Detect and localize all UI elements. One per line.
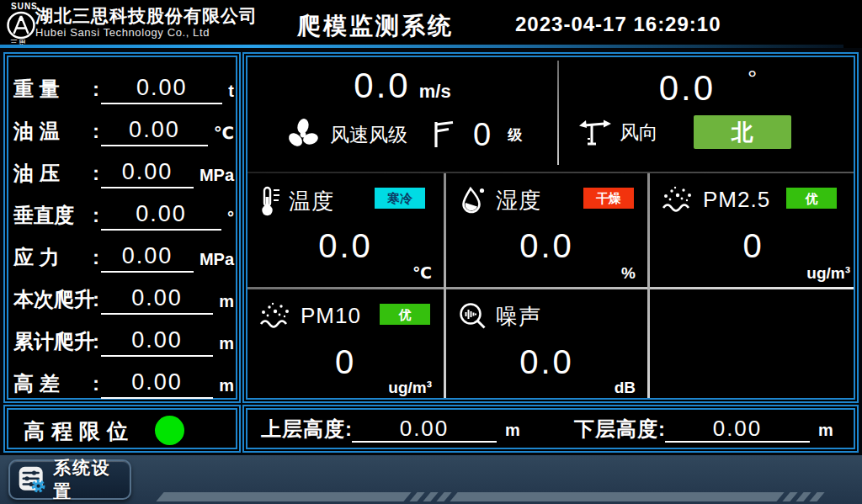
tile-pm10: PM10 优 0 ug/m³ <box>247 289 444 401</box>
metric-row-oil-temp: 油 温: 0.00 ℃ <box>13 104 234 146</box>
metric-value: 0.00 <box>101 369 213 399</box>
metric-row-weight: 重 量: 0.00 t <box>13 62 234 104</box>
metric-unit: t <box>228 77 234 104</box>
metric-unit: MPa <box>200 162 234 188</box>
tile-humidity: 湿度 干燥 0.0 % <box>446 173 647 287</box>
logo-suns-text: SUNS <box>11 2 38 11</box>
droplet-icon <box>458 185 488 215</box>
metric-value: 0.00 <box>101 158 194 188</box>
wind-direction-value: 0.0 <box>659 68 716 108</box>
humidity-status-badge: 干燥 <box>583 188 634 209</box>
environment-panel: 0.0m/s 风速风级 0 级 0.0° <box>242 52 859 403</box>
wind-level-value: 0 <box>473 117 491 153</box>
climbing-formwork-monitor-screen: SUNS 三思 湖北三思科技股份有限公司 Hubei Sansi Technol… <box>0 0 862 504</box>
humidity-value: 0.0 <box>446 227 647 265</box>
noise-unit: dB <box>615 379 636 397</box>
tile-pm10-label: PM10 <box>301 303 361 329</box>
tile-pm25-head: PM2.5 <box>662 185 770 214</box>
metric-colon: : <box>93 326 99 357</box>
wind-level-unit: 级 <box>508 125 522 145</box>
metric-row-total-climb: 累计爬升: 0.00 m <box>13 315 234 357</box>
noise-meter-icon <box>458 301 488 332</box>
wind-direction-unit: ° <box>748 66 757 92</box>
page-title: 爬模监测系统 <box>297 10 454 42</box>
stripe-segment <box>436 492 451 501</box>
metric-row-current-climb: 本次爬升: 0.00 m <box>13 273 234 315</box>
footer-decor-stripes <box>160 492 827 501</box>
metric-value: 0.00 <box>101 242 194 273</box>
system-settings-label: 系统设置 <box>53 456 122 503</box>
footer-bar: 系统设置 <box>0 455 862 504</box>
lower-height-group: 下层高度: 0.00 m <box>574 416 833 443</box>
metric-label: 累计爬升 <box>13 326 93 357</box>
metric-unit: m <box>219 330 234 357</box>
tile-noise-head: 噪声 <box>458 301 541 332</box>
dust-particles-icon <box>259 301 293 330</box>
metrics-panel: 重 量: 0.00 t 油 温: 0.00 ℃ 油 压: 0.00 MPa 垂直… <box>3 52 241 403</box>
humidity-unit: % <box>621 264 636 283</box>
elevation-limit-status-light <box>155 416 184 445</box>
lower-height-value: 0.00 <box>665 416 810 443</box>
pm25-value: 0 <box>650 227 857 265</box>
tile-humidity-head: 湿度 <box>458 185 541 215</box>
stripe-segment <box>809 492 824 501</box>
lower-height-unit: m <box>818 417 833 443</box>
temperature-status-badge: 寒冷 <box>375 188 425 209</box>
tile-temperature-label: 温度 <box>289 187 334 216</box>
metric-colon: : <box>93 74 99 104</box>
stripe-segment <box>450 492 784 501</box>
metric-unit: m <box>219 372 234 399</box>
metric-value: 0.00 <box>101 200 221 231</box>
stripe-segment <box>156 492 411 501</box>
sliders-gear-icon <box>18 464 46 496</box>
metric-row-oil-pressure: 油 压: 0.00 MPa <box>13 146 234 188</box>
system-settings-button[interactable]: 系统设置 <box>8 459 131 500</box>
tile-pm25: PM2.5 优 0 ug/m³ <box>650 173 857 287</box>
metric-row-verticality: 垂直度: 0.00 ° <box>13 188 234 231</box>
wind-level-flag-icon <box>433 119 455 151</box>
metric-colon: : <box>93 116 99 146</box>
pm10-value: 0 <box>247 343 444 381</box>
metric-label: 本次爬升 <box>13 284 93 315</box>
metric-unit: ° <box>227 204 234 231</box>
metric-label: 油 温 <box>13 116 93 146</box>
noise-value: 0.0 <box>446 343 647 381</box>
fan-icon <box>285 116 322 153</box>
metric-label: 重 量 <box>13 74 93 104</box>
elevation-limit-box: 高程限位 <box>3 405 241 453</box>
thermometer-icon <box>259 185 281 217</box>
metric-colon: : <box>93 158 99 188</box>
pm10-unit: ug/m³ <box>388 379 432 397</box>
upper-height-group: 上层高度: 0.00 m <box>261 416 520 443</box>
wind-direction-label: 风向 <box>620 119 658 146</box>
header: SUNS 三思 湖北三思科技股份有限公司 Hubei Sansi Technol… <box>0 0 862 48</box>
metric-unit: m <box>219 288 234 315</box>
metric-label: 高 差 <box>13 369 93 399</box>
wind-direction-info: 风向 北 <box>577 114 791 150</box>
lower-height-colon: : <box>658 416 665 443</box>
wind-section-divider <box>557 61 559 165</box>
metric-unit: ℃ <box>214 119 234 146</box>
elevation-limit-label: 高程限位 <box>24 417 135 445</box>
metric-label: 垂直度 <box>13 200 93 231</box>
company-name-cn: 湖北三思科技股份有限公司 <box>35 4 258 28</box>
tile-temperature: 温度 寒冷 0.0 ℃ <box>247 173 444 287</box>
metric-row-stress: 应 力: 0.00 MPa <box>13 231 234 273</box>
metric-colon: : <box>93 369 99 399</box>
metric-colon: : <box>93 200 99 231</box>
stripe-segment <box>782 492 797 501</box>
metric-colon: : <box>93 242 99 273</box>
pm10-status-badge: 优 <box>380 304 430 325</box>
metric-row-height-diff: 高 差: 0.00 m <box>13 357 234 399</box>
tile-pm25-label: PM2.5 <box>703 187 770 213</box>
tile-temperature-head: 温度 <box>259 185 334 217</box>
temperature-value: 0.0 <box>247 227 444 265</box>
wind-speed-value-line: 0.0m/s <box>247 66 557 106</box>
upper-height-value: 0.00 <box>352 416 497 443</box>
stripe-segment <box>423 492 438 501</box>
stripe-segment <box>795 492 811 501</box>
temperature-unit: ℃ <box>412 263 432 283</box>
pm25-status-badge: 优 <box>786 188 837 209</box>
wind-speed-unit: m/s <box>419 81 451 102</box>
lower-height-label: 下层高度 <box>574 416 658 443</box>
